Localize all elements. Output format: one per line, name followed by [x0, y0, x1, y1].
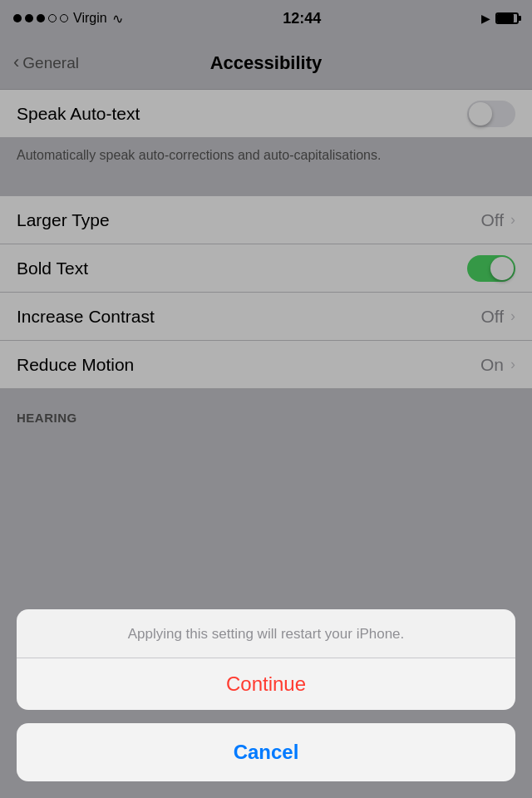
cancel-button[interactable]: Cancel: [17, 723, 515, 781]
continue-label: Continue: [226, 672, 306, 696]
cancel-label: Cancel: [234, 741, 299, 764]
continue-button[interactable]: Continue: [17, 658, 515, 710]
action-message-text: Applying this setting will restart your …: [128, 626, 405, 642]
action-sheet-overlay: Applying this setting will restart your …: [0, 0, 532, 798]
action-sheet: Applying this setting will restart your …: [17, 609, 515, 710]
action-message: Applying this setting will restart your …: [17, 609, 515, 658]
